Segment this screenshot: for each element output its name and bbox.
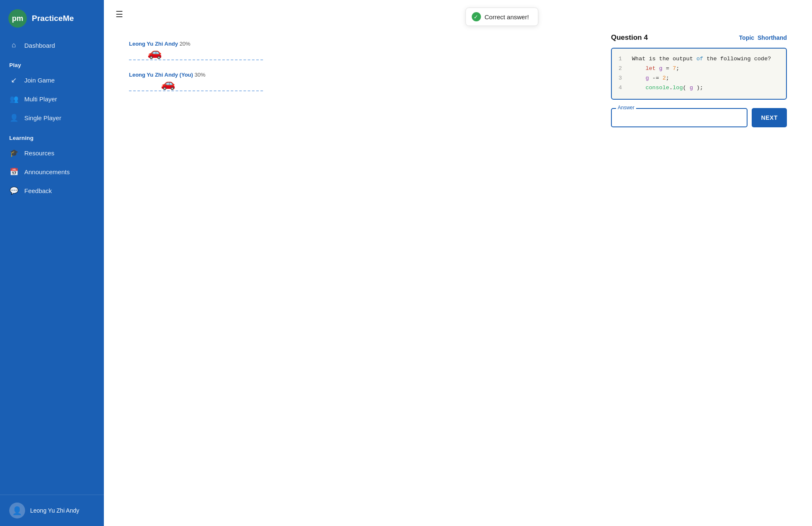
- line-num-1: 1: [619, 54, 624, 64]
- topbar: ☰ ✓ Correct answer!: [104, 0, 812, 25]
- line-num-2: 2: [619, 64, 624, 74]
- next-button[interactable]: NEXT: [752, 108, 787, 127]
- car1-icon: 🚗: [147, 47, 162, 59]
- code-line-2: 2 let g = 7;: [619, 64, 779, 74]
- question-topic: Topic Shorthand: [739, 34, 787, 41]
- sidebar-nav: ⌂ Dashboard Play ↙ Join Game 👥 Multi Pla…: [0, 36, 104, 495]
- code-line-4: 4 console.log( g );: [619, 83, 779, 93]
- sidebar-label-feedback: Feedback: [24, 187, 52, 194]
- question-header: Question 4 Topic Shorthand: [611, 34, 787, 42]
- answer-area: Answer NEXT: [611, 108, 787, 127]
- sidebar-label-join-game: Join Game: [24, 77, 55, 84]
- resources-icon: 🎓: [9, 149, 18, 157]
- code-text-3: g -= 2;: [632, 74, 669, 83]
- announcements-icon: 📅: [9, 168, 18, 176]
- avatar: 👤: [9, 503, 25, 518]
- player2-label: Leong Yu Zhi Andy (You) 30%: [129, 72, 271, 78]
- menu-icon[interactable]: ☰: [114, 8, 125, 21]
- player1-pct: 20%: [180, 41, 191, 47]
- code-block: 1 What is the output of the following co…: [611, 48, 787, 100]
- code-line-1: 1 What is the output of the following co…: [619, 54, 779, 64]
- correct-answer-toast: ✓ Correct answer!: [465, 8, 539, 26]
- check-icon: ✓: [472, 12, 481, 21]
- sidebar-footer: 👤 Leong Yu Zhi Andy: [0, 495, 104, 526]
- line-num-4: 4: [619, 83, 624, 93]
- logo-icon: pm: [8, 9, 27, 28]
- answer-input[interactable]: [617, 114, 742, 121]
- sidebar-header: pm PracticeMe: [0, 0, 104, 36]
- single-player-icon: 👤: [9, 113, 18, 122]
- multi-player-icon: 👥: [9, 95, 18, 103]
- race-lane-inner-2: Leong Yu Zhi Andy (You) 30% 🚗: [129, 72, 271, 91]
- topic-value: Shorthand: [758, 34, 787, 41]
- sidebar-section-play: Play: [0, 54, 104, 71]
- sidebar-item-resources[interactable]: 🎓 Resources: [0, 144, 104, 162]
- question-panel: Question 4 Topic Shorthand 1 What is the…: [611, 34, 787, 127]
- main-content: ☰ ✓ Correct answer! Leong Yu Zhi Andy 20…: [104, 0, 812, 526]
- code-line-3: 3 g -= 2;: [619, 74, 779, 83]
- toast-text: Correct answer!: [485, 13, 529, 21]
- join-game-icon: ↙: [9, 76, 18, 85]
- sidebar-label-dashboard: Dashboard: [24, 42, 55, 49]
- feedback-icon: 💬: [9, 186, 18, 195]
- sidebar-label-resources: Resources: [24, 150, 54, 157]
- sidebar: pm PracticeMe ⌂ Dashboard Play ↙ Join Ga…: [0, 0, 104, 526]
- car-track-1: 🚗: [129, 49, 263, 60]
- app-title: PracticeMe: [32, 14, 74, 23]
- sidebar-item-join-game[interactable]: ↙ Join Game: [0, 71, 104, 90]
- topic-prefix: Topic: [739, 34, 754, 41]
- car2-icon: 🚗: [161, 78, 175, 90]
- code-text-1: What is the output of the following code…: [632, 54, 771, 64]
- player2-pct: 30%: [194, 72, 205, 78]
- car-track-2: 🚗: [129, 80, 263, 91]
- sidebar-item-dashboard[interactable]: ⌂ Dashboard: [0, 36, 104, 54]
- sidebar-label-single-player: Single Player: [24, 114, 61, 121]
- sidebar-item-single-player[interactable]: 👤 Single Player: [0, 108, 104, 127]
- race-lane-inner-1: Leong Yu Zhi Andy 20% 🚗: [129, 41, 271, 60]
- question-number: Question 4: [611, 34, 648, 42]
- code-text-2: let g = 7;: [632, 64, 679, 74]
- sidebar-label-multi-player: Multi Player: [24, 95, 57, 103]
- sidebar-item-multi-player[interactable]: 👥 Multi Player: [0, 90, 104, 108]
- sidebar-item-announcements[interactable]: 📅 Announcements: [0, 162, 104, 181]
- sidebar-item-feedback[interactable]: 💬 Feedback: [0, 181, 104, 200]
- content-area: Leong Yu Zhi Andy 20% 🚗 Leong Yu Zhi And…: [104, 25, 812, 526]
- home-icon: ⌂: [9, 41, 18, 49]
- line-num-3: 3: [619, 74, 624, 83]
- sidebar-section-learning: Learning: [0, 127, 104, 144]
- answer-field-wrap: Answer: [611, 108, 748, 127]
- code-text-4: console.log( g );: [632, 83, 703, 93]
- footer-username: Leong Yu Zhi Andy: [30, 507, 79, 514]
- answer-label: Answer: [616, 105, 636, 111]
- sidebar-label-announcements: Announcements: [24, 168, 70, 175]
